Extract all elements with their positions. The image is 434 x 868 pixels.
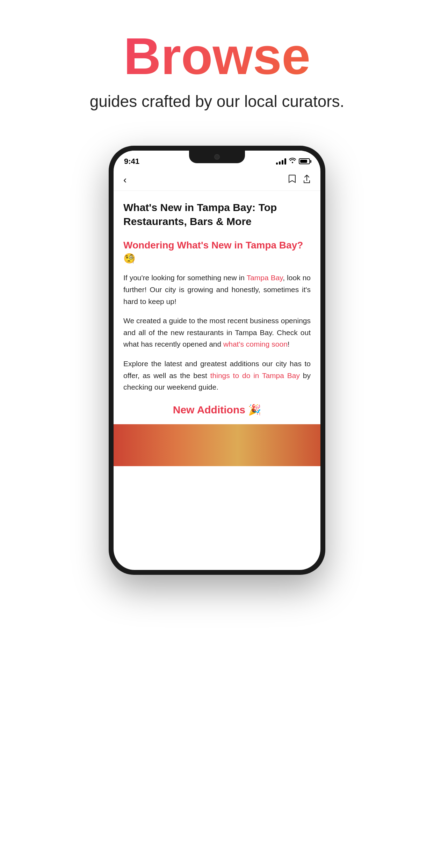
camera-dot [214, 154, 220, 160]
content-area: What's New in Tampa Bay: Top Restaurants… [114, 191, 320, 416]
back-button[interactable]: ‹ [123, 174, 126, 186]
navigation-bar: ‹ [114, 169, 320, 191]
image-preview [114, 424, 320, 466]
things-to-do-link[interactable]: things to do in Tampa Bay [210, 371, 300, 379]
signal-icon [276, 158, 286, 165]
paragraph-1-text-before: If you're looking for something new in [123, 274, 247, 282]
battery-icon [299, 158, 310, 164]
phone-notch [189, 151, 245, 163]
new-additions-heading: New Additions 🎉 [123, 404, 311, 416]
paragraph-2-text-after: ! [288, 340, 290, 348]
phone-screen: 9:41 [114, 151, 320, 570]
article-title: What's New in Tampa Bay: Top Restaurants… [123, 201, 311, 229]
phone-mockup: 9:41 [109, 146, 325, 575]
paragraph-2: We created a guide to the most recent bu… [123, 315, 311, 350]
tampa-bay-link[interactable]: Tampa Bay [247, 274, 283, 282]
status-time: 9:41 [124, 157, 139, 166]
paragraph-3: Explore the latest and greatest addition… [123, 358, 311, 393]
bottom-image-strip [114, 424, 320, 466]
coming-soon-link[interactable]: what's coming soon [223, 340, 288, 348]
hero-title: Browse [21, 28, 413, 85]
hero-subtitle: guides crafted by our local curators. [21, 92, 413, 111]
status-icons [276, 158, 310, 165]
wifi-icon [289, 158, 296, 165]
phone-frame: 9:41 [109, 146, 325, 575]
share-icon[interactable] [303, 174, 311, 186]
paragraph-1: If you're looking for something new in T… [123, 272, 311, 307]
hero-section: Browse guides crafted by our local curat… [0, 0, 434, 125]
nav-actions [288, 174, 311, 186]
section-heading: Wondering What's New in Tampa Bay? 🧐 [123, 239, 311, 265]
bookmark-icon[interactable] [288, 174, 296, 186]
